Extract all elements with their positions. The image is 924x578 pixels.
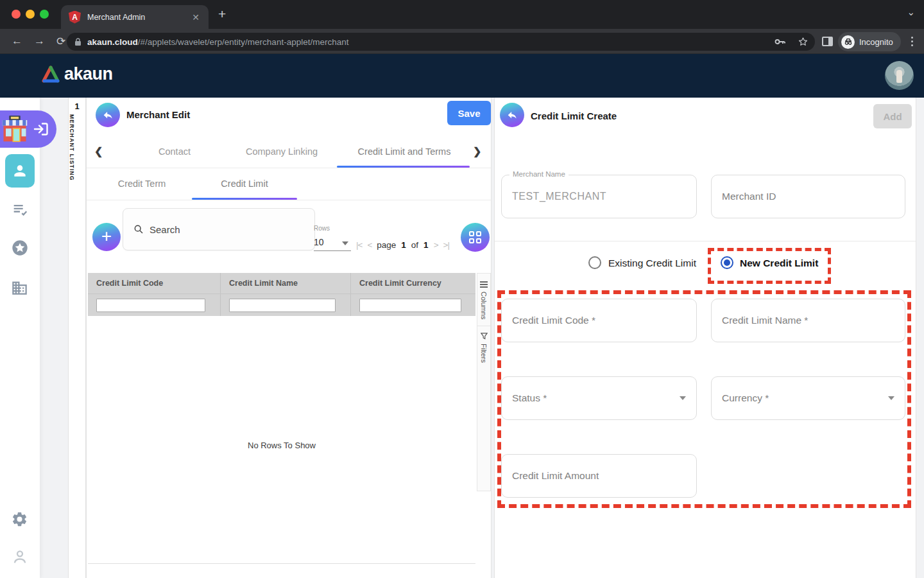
password-key-icon[interactable] — [774, 38, 786, 46]
credit-limit-amount-placeholder: Credit Limit Amount — [512, 470, 599, 482]
filter-input-credit-limit-name[interactable] — [229, 299, 336, 312]
filter-funnel-icon — [481, 333, 488, 340]
screen: A Merchant Admin ✕ + ⌄ ← → ⟳ akaun.cloud… — [0, 0, 924, 578]
sidebar-item-contacts[interactable] — [5, 154, 35, 188]
filter-input-credit-limit-code[interactable] — [96, 299, 205, 312]
search-input[interactable] — [150, 224, 291, 235]
back-nav-icon[interactable]: ← — [12, 35, 22, 48]
sidebar-item-merchant-applet[interactable] — [0, 110, 56, 148]
current-page: 1 — [401, 240, 406, 250]
panel-title: Merchant Edit — [126, 109, 190, 120]
gear-icon — [11, 511, 28, 528]
subtab-credit-limit[interactable]: Credit Limit — [221, 179, 268, 189]
side-panel-icon[interactable] — [822, 37, 833, 46]
add-credit-limit-button[interactable]: + — [92, 223, 121, 251]
sidebar-item-organization[interactable] — [11, 279, 29, 297]
subtab-credit-term[interactable]: Credit Term — [118, 179, 166, 189]
zoom-window-button[interactable] — [40, 10, 49, 19]
user-avatar[interactable] — [885, 61, 914, 90]
back-button[interactable] — [500, 103, 524, 127]
filters-tool-button[interactable]: Filters — [477, 326, 490, 369]
add-button-disabled[interactable]: Add — [873, 104, 912, 128]
incognito-badge[interactable]: Incognito — [838, 32, 901, 51]
address-bar[interactable]: akaun.cloud /#/applets/wavelet/erp/entit… — [67, 33, 815, 51]
url-domain: akaun.cloud — [87, 37, 138, 47]
credit-limit-code-placeholder: Credit Limit Code * — [512, 315, 595, 326]
merchant-name-value: TEST_MERCHANT — [512, 191, 606, 202]
open-applet-icon — [33, 122, 49, 136]
new-tab-button[interactable]: + — [218, 6, 226, 22]
search-box[interactable] — [123, 208, 315, 250]
panel-title: Credit Limit Create — [531, 110, 617, 121]
grid-side-tools: Columns Filters — [477, 273, 491, 491]
status-select[interactable]: Status * — [501, 376, 697, 420]
pagination: |< < page 1 of 1 > >| — [356, 240, 449, 250]
merchant-id-field[interactable]: Merchant ID — [711, 175, 905, 218]
person-outline-icon — [11, 548, 29, 566]
status-caret-icon — [680, 396, 686, 400]
building-icon — [11, 279, 28, 297]
credit-limit-amount-field[interactable]: Credit Limit Amount — [501, 454, 697, 498]
window-controls[interactable] — [12, 10, 49, 19]
credit-limit-name-field[interactable]: Credit Limit Name * — [711, 299, 905, 342]
tab-contact[interactable]: Contact — [158, 146, 191, 157]
tab-strip-chevron-down-icon[interactable]: ⌄ — [907, 6, 915, 18]
active-subtab-underline — [192, 198, 297, 200]
close-window-button[interactable] — [12, 10, 21, 19]
columns-tool-button[interactable]: Columns — [477, 274, 490, 326]
currency-caret-icon — [888, 396, 894, 400]
forward-nav-icon[interactable]: → — [34, 35, 45, 48]
tab-company-linking[interactable]: Company Linking — [246, 146, 318, 157]
app-body: 1 MERCHANT LISTING Merchant Edit Save ❮ … — [0, 98, 924, 578]
browser-tab[interactable]: A Merchant Admin ✕ — [61, 5, 209, 29]
last-page-button[interactable]: >| — [443, 240, 449, 250]
page-word: page — [377, 240, 396, 250]
filters-tool-label: Filters — [480, 344, 488, 363]
table-header: Credit Limit Code Credit Limit Name Cred… — [88, 273, 475, 316]
tabs-scroll-right-icon[interactable]: ❯ — [473, 145, 481, 157]
radio-existing-label[interactable]: Existing Credit Limit — [608, 258, 696, 269]
grid-icon — [469, 231, 481, 243]
vertical-tab-merchant-listing[interactable]: 1 MERCHANT LISTING — [68, 98, 86, 578]
columns-icon — [480, 280, 488, 288]
bookmark-star-icon[interactable] — [798, 37, 809, 47]
column-header-credit-limit-code[interactable]: Credit Limit Code — [88, 273, 221, 293]
back-arrow-icon — [103, 110, 114, 120]
currency-select[interactable]: Currency * — [711, 376, 905, 420]
browser-toolbar: ← → ⟳ akaun.cloud /#/applets/wavelet/erp… — [0, 29, 924, 54]
column-header-credit-limit-name[interactable]: Credit Limit Name — [221, 273, 351, 293]
save-button[interactable]: Save — [447, 101, 491, 125]
tab-close-icon[interactable]: ✕ — [191, 12, 201, 22]
profile-icon[interactable] — [11, 548, 29, 566]
radio-existing-credit-limit[interactable] — [588, 256, 601, 269]
sidebar-item-favorites[interactable] — [11, 239, 29, 257]
back-button[interactable] — [96, 103, 120, 127]
settings-gear-icon[interactable] — [11, 511, 29, 529]
column-header-credit-limit-currency[interactable]: Credit Limit Currency — [351, 273, 475, 293]
credit-limit-create-panel: Credit Limit Create Add Merchant Name TE… — [494, 98, 916, 578]
radio-new-label[interactable]: New Credit Limit — [740, 258, 818, 269]
prev-page-button[interactable]: < — [367, 240, 372, 250]
next-page-button[interactable]: > — [434, 240, 438, 250]
grid-view-button[interactable] — [461, 223, 490, 252]
rows-caret-icon — [342, 241, 348, 245]
radio-new-credit-limit[interactable] — [721, 256, 733, 269]
tabs-scroll-left-icon[interactable]: ❮ — [94, 145, 103, 157]
minimize-window-button[interactable] — [26, 10, 35, 19]
browser-menu-icon[interactable] — [911, 35, 913, 48]
columns-tool-label: Columns — [480, 292, 488, 319]
credit-limit-code-field[interactable]: Credit Limit Code * — [501, 299, 697, 342]
currency-placeholder: Currency * — [722, 392, 769, 404]
merchant-name-field[interactable]: Merchant Name TEST_MERCHANT — [501, 175, 697, 218]
browser-tab-bar: A Merchant Admin ✕ + ⌄ — [0, 0, 924, 29]
credit-limit-type-radios: Existing Credit Limit New Credit Limit — [495, 256, 916, 277]
first-page-button[interactable]: |< — [356, 240, 362, 250]
merchant-id-placeholder: Merchant ID — [722, 191, 776, 202]
storefront-icon — [1, 114, 28, 144]
filter-input-credit-limit-currency[interactable] — [359, 299, 461, 312]
reload-icon[interactable]: ⟳ — [56, 35, 65, 48]
section-divider — [495, 241, 916, 241]
tab-credit-limit-and-terms[interactable]: Credit Limit and Terms — [358, 146, 451, 157]
sidebar-item-tasks[interactable] — [11, 200, 29, 218]
brand-name: akaun — [64, 64, 113, 84]
